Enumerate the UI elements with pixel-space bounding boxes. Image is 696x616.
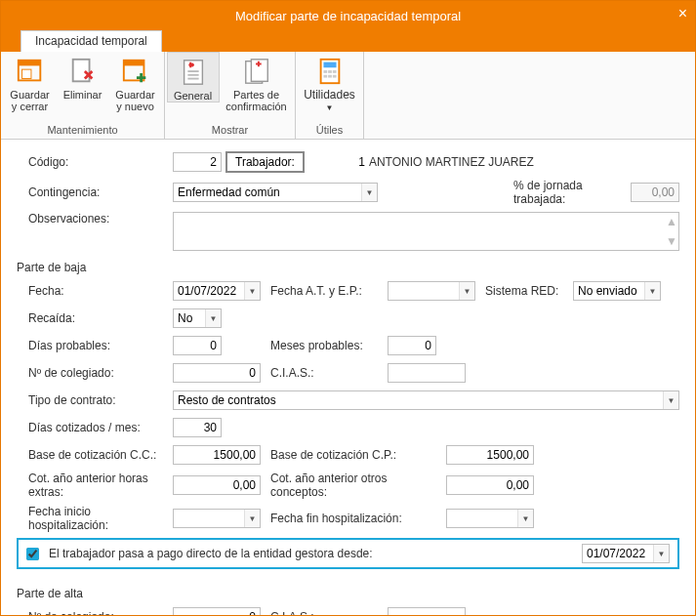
baja-fecha-label: Fecha: xyxy=(28,284,173,298)
utilities-button[interactable]: Utilidades▼ xyxy=(298,52,362,114)
dias-prob-input[interactable] xyxy=(173,336,222,355)
svg-rect-9 xyxy=(187,78,198,80)
documents-icon xyxy=(241,56,272,87)
recaida-combo[interactable]: ▼ xyxy=(173,308,222,328)
alta-ncol-label: Nº de colegiado: xyxy=(28,610,173,616)
document-icon xyxy=(178,57,209,88)
close-icon[interactable]: × xyxy=(678,5,687,22)
chevron-down-icon: ▼ xyxy=(326,103,334,112)
hosp-ini-combo[interactable]: ▼ xyxy=(173,509,261,528)
chevron-down-icon[interactable]: ▼ xyxy=(517,510,533,527)
alta-ncol-input[interactable] xyxy=(173,607,261,616)
svg-rect-19 xyxy=(332,75,336,78)
group-show-label: Mostrar xyxy=(212,122,248,139)
svg-rect-18 xyxy=(328,75,332,78)
utilities-label: Utilidades▼ xyxy=(304,89,355,114)
pct-input xyxy=(631,183,679,202)
scroll-arrows[interactable]: ▲▼ xyxy=(667,215,676,248)
chevron-down-icon[interactable]: ▼ xyxy=(244,510,260,527)
pago-directo-label: El trabajador pasa a pago directo de la … xyxy=(49,547,576,560)
chevron-down-icon[interactable]: ▼ xyxy=(653,545,669,562)
confirm-parts-label: Partes de confirmación xyxy=(225,89,286,112)
delete-icon xyxy=(67,56,99,87)
save-close-label: Guardar y cerrar xyxy=(10,89,49,112)
save-new-icon xyxy=(120,56,151,87)
base-cc-input[interactable] xyxy=(173,445,261,465)
ribbon: Guardar y cerrar Eliminar Guardar y nuev… xyxy=(1,52,695,140)
chevron-down-icon[interactable]: ▼ xyxy=(663,391,678,409)
delete-button[interactable]: Eliminar xyxy=(57,52,109,101)
cot-he-input[interactable] xyxy=(173,475,261,495)
pago-directo-box: El trabajador pasa a pago directo de la … xyxy=(17,538,679,569)
contingency-combo[interactable]: ▼ xyxy=(173,183,378,202)
cot-oc-input[interactable] xyxy=(446,475,534,495)
svg-rect-1 xyxy=(18,61,40,66)
worker-name: ANTONIO MARTINEZ JUAREZ xyxy=(369,155,534,169)
cot-oc-label: Cot. año anterior otros conceptos: xyxy=(270,472,446,499)
baja-fecha-at-label: Fecha A.T. y E.P.: xyxy=(270,284,388,298)
confirm-parts-button[interactable]: Partes de confirmación xyxy=(220,52,294,112)
base-cp-label: Base de cotización C.P.: xyxy=(270,448,446,462)
group-utils-label: Útiles xyxy=(316,122,344,139)
alta-cias-input[interactable] xyxy=(388,607,466,616)
pct-label: % de jornada trabajada: xyxy=(513,179,631,206)
meses-prob-input[interactable] xyxy=(388,336,436,355)
save-close-button[interactable]: Guardar y cerrar xyxy=(4,52,57,112)
hosp-ini-label: Fecha inicio hospitalización: xyxy=(28,505,173,532)
chevron-down-icon[interactable]: ▼ xyxy=(644,282,660,300)
window-title: Modificar parte de incapacidad temporal xyxy=(235,9,461,23)
contingency-label: Contingencia: xyxy=(28,185,173,199)
hosp-fin-combo[interactable]: ▼ xyxy=(446,509,534,528)
recaida-label: Recaída: xyxy=(28,311,173,325)
svg-rect-5 xyxy=(123,61,143,66)
save-icon xyxy=(15,56,46,87)
chevron-down-icon[interactable]: ▼ xyxy=(459,282,474,300)
baja-fecha-at-combo[interactable]: ▼ xyxy=(388,281,475,301)
obs-label: Observaciones: xyxy=(28,212,173,226)
general-label: General xyxy=(174,90,212,102)
tab-incapacidad[interactable]: Incapacidad temporal xyxy=(20,30,162,52)
section-baja-title: Parte de baja xyxy=(17,261,679,274)
svg-rect-8 xyxy=(187,74,198,76)
baja-sred-combo[interactable]: ▼ xyxy=(573,281,661,301)
baja-ncol-label: Nº de colegiado: xyxy=(28,366,173,380)
delete-label: Eliminar xyxy=(63,89,102,101)
pago-directo-fecha-combo[interactable]: ▼ xyxy=(582,544,670,563)
save-new-button[interactable]: Guardar y nuevo xyxy=(109,52,162,112)
code-label: Código: xyxy=(28,155,173,169)
base-cc-label: Base de cotización C.C.: xyxy=(28,448,173,462)
hosp-fin-label: Fecha fin hospitalización: xyxy=(270,512,446,525)
svg-rect-2 xyxy=(21,69,30,78)
baja-ncol-input[interactable] xyxy=(173,363,261,383)
chevron-down-icon[interactable]: ▼ xyxy=(205,309,221,327)
chevron-down-icon[interactable]: ▼ xyxy=(244,282,260,300)
chevron-down-icon[interactable]: ▼ xyxy=(361,184,377,201)
dias-cot-input[interactable] xyxy=(173,418,222,437)
svg-rect-17 xyxy=(323,75,327,78)
alta-cias-label: C.I.A.S.: xyxy=(270,610,388,616)
save-new-label: Guardar y nuevo xyxy=(115,89,154,112)
cot-he-label: Cot. año anterior horas extras: xyxy=(28,472,173,499)
group-maintenance-label: Mantenimiento xyxy=(47,122,117,139)
pago-directo-checkbox[interactable] xyxy=(26,548,39,560)
titlebar: Modificar parte de incapacidad temporal … xyxy=(1,1,695,30)
svg-rect-7 xyxy=(187,70,198,72)
base-cp-input[interactable] xyxy=(446,445,534,465)
tipo-contrato-label: Tipo de contrato: xyxy=(28,393,173,407)
worker-code xyxy=(308,152,369,172)
tabstrip: Incapacidad temporal xyxy=(1,30,695,52)
code-input[interactable] xyxy=(173,152,222,172)
contingency-value[interactable] xyxy=(174,184,361,201)
baja-cias-label: C.I.A.S.: xyxy=(270,366,388,380)
dias-cot-label: Días cotizados / mes: xyxy=(28,421,173,434)
general-button[interactable]: General xyxy=(167,52,220,103)
svg-rect-15 xyxy=(328,70,332,73)
worker-button[interactable]: Trabajador: xyxy=(225,151,305,173)
obs-textarea[interactable]: ▲▼ xyxy=(173,212,679,251)
dias-prob-label: Días probables: xyxy=(28,339,173,352)
baja-cias-input[interactable] xyxy=(388,363,466,383)
form-body: Código: Trabajador: ANTONIO MARTINEZ JUA… xyxy=(1,140,695,616)
baja-sred-label: Sistema RED: xyxy=(485,284,573,298)
baja-fecha-combo[interactable]: ▼ xyxy=(173,281,261,301)
tipo-contrato-combo[interactable]: ▼ xyxy=(173,390,679,410)
